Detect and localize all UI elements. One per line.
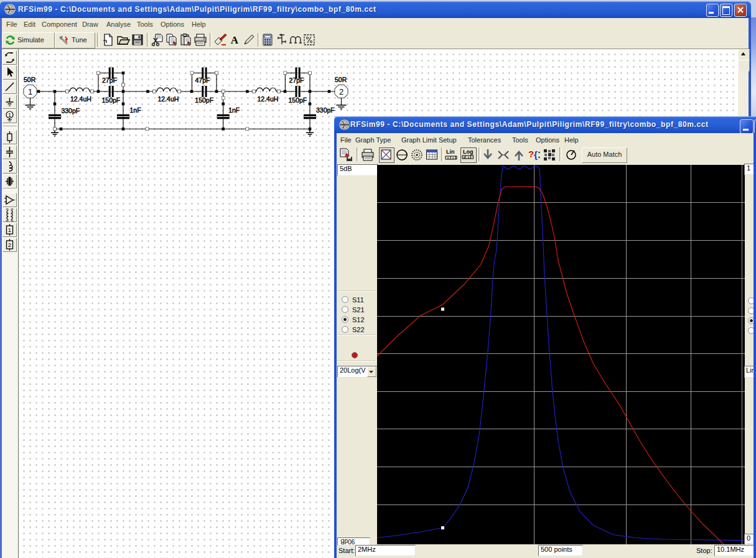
- svg-text:1: 1: [8, 112, 11, 118]
- svg-text:2: 2: [8, 241, 11, 248]
- svg-text:Lin: Lin: [446, 149, 455, 155]
- svg-text:Log: Log: [463, 149, 474, 155]
- svg-text:27pF: 27pF: [102, 77, 117, 84]
- svg-text:12.4uH: 12.4uH: [70, 95, 91, 103]
- svg-text:12.4uH: 12.4uH: [158, 95, 179, 103]
- svg-text:1nF: 1nF: [130, 106, 141, 114]
- svg-text:?: ?: [528, 149, 534, 159]
- svg-text:A: A: [231, 34, 239, 46]
- svg-text:150pF: 150pF: [289, 96, 307, 104]
- svg-text:1: 1: [28, 87, 32, 96]
- svg-text:150pF: 150pF: [195, 96, 213, 104]
- svg-text:{: {: [534, 149, 538, 160]
- svg-text:50R: 50R: [24, 76, 36, 83]
- svg-text:47pF: 47pF: [195, 77, 210, 84]
- svg-text:150pF: 150pF: [102, 96, 121, 104]
- svg-text:2: 2: [339, 87, 343, 96]
- svg-text:12.4uH: 12.4uH: [258, 95, 279, 103]
- svg-text:50R: 50R: [335, 76, 347, 83]
- svg-text:1: 1: [8, 226, 11, 233]
- svg-text:27pF: 27pF: [289, 77, 304, 84]
- svg-text:330pF: 330pF: [61, 107, 80, 114]
- svg-text:330pF: 330pF: [316, 106, 335, 114]
- svg-text:1nF: 1nF: [228, 106, 240, 114]
